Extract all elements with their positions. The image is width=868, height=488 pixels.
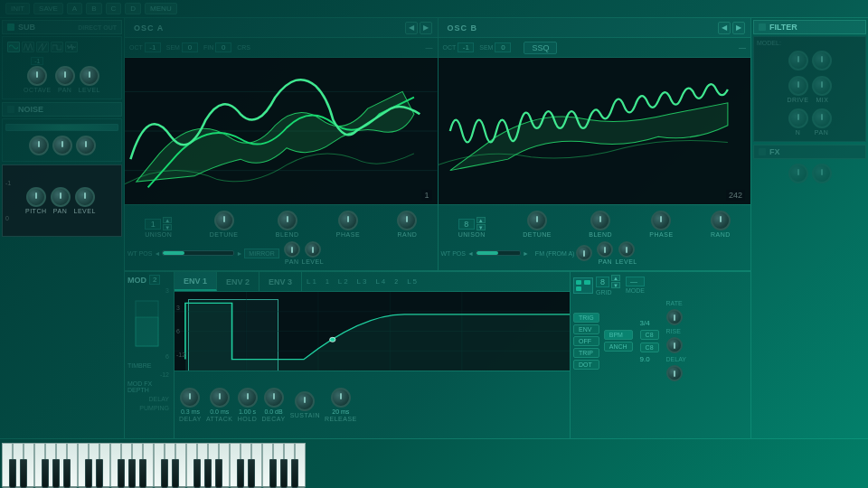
env-attack-knob[interactable] xyxy=(210,388,230,408)
osc-b-level-knob[interactable] xyxy=(618,241,635,258)
fx-led[interactable] xyxy=(759,148,766,155)
osc-a-prev[interactable]: ◀ xyxy=(405,22,418,34)
osc-a-blend-knob[interactable] xyxy=(278,211,297,230)
l5-tab[interactable]: L 5 xyxy=(407,277,417,286)
grid-down[interactable]: ▼ xyxy=(611,282,620,288)
piano-key-black[interactable] xyxy=(9,459,16,488)
osc-b-unison-val[interactable]: 8 xyxy=(458,219,475,230)
env-release-knob[interactable] xyxy=(331,388,351,408)
off-btn[interactable]: OFF xyxy=(573,336,599,346)
osc-a-detune-knob[interactable] xyxy=(214,211,234,230)
osc-b-wt-slider[interactable] xyxy=(476,250,521,256)
wave-btn-sq[interactable] xyxy=(51,42,63,52)
l2-tab[interactable]: L 2 xyxy=(338,277,348,286)
filter-pan-knob[interactable] xyxy=(812,108,832,128)
l4-tab[interactable]: L 4 xyxy=(375,277,385,286)
env-delay-knob[interactable] xyxy=(180,388,200,408)
piano-key-black[interactable] xyxy=(20,459,27,488)
osc-a-fin-val[interactable]: 0 xyxy=(215,42,231,52)
piano-key-black[interactable] xyxy=(172,459,179,488)
save-button[interactable]: SAVE xyxy=(33,3,63,14)
osc-a-phase-knob[interactable] xyxy=(338,211,358,230)
preset-d-button[interactable]: D xyxy=(125,3,141,14)
piano-key-black[interactable] xyxy=(85,459,92,488)
piano-key-black[interactable] xyxy=(42,459,49,488)
rate-knob[interactable] xyxy=(666,309,683,325)
fx-knob-1[interactable] xyxy=(788,164,808,183)
osc-b-pan-knob[interactable] xyxy=(597,241,613,258)
cb2-btn[interactable]: C8 xyxy=(640,343,659,352)
wave-btn-sine[interactable] xyxy=(7,42,20,52)
osc-b-blend-knob[interactable] xyxy=(590,211,610,230)
l3-tab[interactable]: L 3 xyxy=(357,277,367,286)
osc-a-unison-down[interactable]: ▼ xyxy=(163,224,172,230)
init-button[interactable]: INIT xyxy=(5,3,30,14)
filter-cutoff-knob[interactable] xyxy=(788,51,808,70)
sub-pan-knob[interactable] xyxy=(55,66,75,86)
osc-a-rand-knob[interactable] xyxy=(397,211,417,230)
osc-b-unison-down[interactable]: ▼ xyxy=(476,224,486,230)
bpm-btn[interactable]: BPM xyxy=(604,330,633,340)
grid-val[interactable]: 8 xyxy=(596,277,609,287)
filter-led[interactable] xyxy=(759,23,766,31)
filter-res-knob[interactable] xyxy=(812,51,832,70)
osc-b-detune-knob[interactable] xyxy=(527,211,547,230)
osc-b-unison-up[interactable]: ▲ xyxy=(476,217,486,223)
anch-btn[interactable]: ANCH xyxy=(604,342,633,352)
env-sustain-knob[interactable] xyxy=(295,391,315,411)
env-decay-knob[interactable] xyxy=(264,388,284,408)
filter-drive-knob[interactable] xyxy=(788,76,808,96)
preset-c-button[interactable]: C xyxy=(106,3,122,14)
env-btn[interactable]: ENV xyxy=(573,324,599,334)
piano-key-black[interactable] xyxy=(193,459,201,488)
piano-key-black[interactable] xyxy=(139,459,146,488)
noise-pan-knob[interactable] xyxy=(52,136,72,155)
pitch-knob[interactable] xyxy=(26,187,46,207)
osc-a-oct-val[interactable]: -1 xyxy=(145,42,161,52)
osc-a-sem-val[interactable]: 0 xyxy=(182,42,198,52)
piano-key-black[interactable] xyxy=(52,459,60,488)
env3-tab[interactable]: ENV 3 xyxy=(259,272,302,291)
env-hold-knob[interactable] xyxy=(238,388,258,408)
piano-key-black[interactable] xyxy=(215,459,222,488)
fx-knob-2[interactable] xyxy=(812,164,832,183)
osc-b-phase-knob[interactable] xyxy=(651,211,671,230)
wave-btn-saw[interactable] xyxy=(36,42,49,52)
sub-level-knob[interactable] xyxy=(80,66,99,86)
trip-btn[interactable]: TRIP xyxy=(573,348,599,358)
piano-key-black[interactable] xyxy=(63,459,71,488)
preset-a-button[interactable]: A xyxy=(67,3,82,14)
env1-tab[interactable]: ENV 1 xyxy=(175,272,217,291)
pan-knob-2[interactable] xyxy=(51,187,71,207)
filter-mix-knob[interactable] xyxy=(812,76,832,96)
preset-b-button[interactable]: B xyxy=(86,3,101,14)
osc-a-mirror-btn[interactable]: MIRROR xyxy=(244,249,278,258)
sub-oct-knob[interactable] xyxy=(27,66,47,86)
osc-a-wt-slider[interactable] xyxy=(162,250,234,256)
mode-val[interactable]: — xyxy=(626,277,645,286)
noise-knob[interactable] xyxy=(29,136,49,155)
osc-a-level-knob[interactable] xyxy=(305,241,321,258)
osc-b-fm-knob[interactable] xyxy=(576,245,592,261)
osc-a-pan-knob[interactable] xyxy=(284,241,300,258)
noise-led[interactable] xyxy=(7,106,14,113)
rise-knob[interactable] xyxy=(666,337,683,353)
piano-key-black[interactable] xyxy=(204,459,212,488)
piano-key-black[interactable] xyxy=(269,459,277,488)
dot-btn[interactable]: DOT xyxy=(573,360,599,370)
env2-tab[interactable]: ENV 2 xyxy=(217,272,259,291)
wave-btn-noise[interactable] xyxy=(65,42,78,52)
trig-btn[interactable]: TRIG xyxy=(573,313,599,323)
wave-btn-tri[interactable] xyxy=(22,42,34,52)
osc-b-oct-val[interactable]: -1 xyxy=(458,42,474,52)
osc-a-unison-val[interactable]: 1 xyxy=(145,219,161,230)
piano-key-black[interactable] xyxy=(248,459,255,488)
piano-key-black[interactable] xyxy=(128,459,136,488)
cb-btn[interactable]: C8 xyxy=(640,330,659,340)
osc-b-sem-val[interactable]: 0 xyxy=(495,42,511,52)
osc-b-prev[interactable]: ◀ xyxy=(718,22,731,34)
osc-b-next[interactable]: ▶ xyxy=(732,22,745,34)
piano-key-black[interactable] xyxy=(118,459,125,488)
piano-key-black[interactable] xyxy=(291,459,298,488)
trig-delay-knob[interactable] xyxy=(666,365,683,381)
